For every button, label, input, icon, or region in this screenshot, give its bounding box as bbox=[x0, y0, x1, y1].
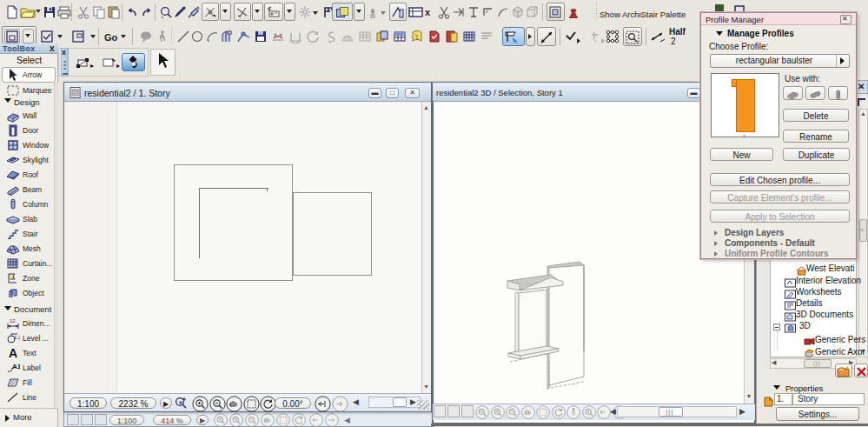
svg-text:A1: A1 bbox=[12, 363, 20, 370]
svg-text:A: A bbox=[9, 346, 17, 360]
svg-text:12: 12 bbox=[10, 318, 16, 324]
svg-text:1.2: 1.2 bbox=[14, 335, 20, 340]
